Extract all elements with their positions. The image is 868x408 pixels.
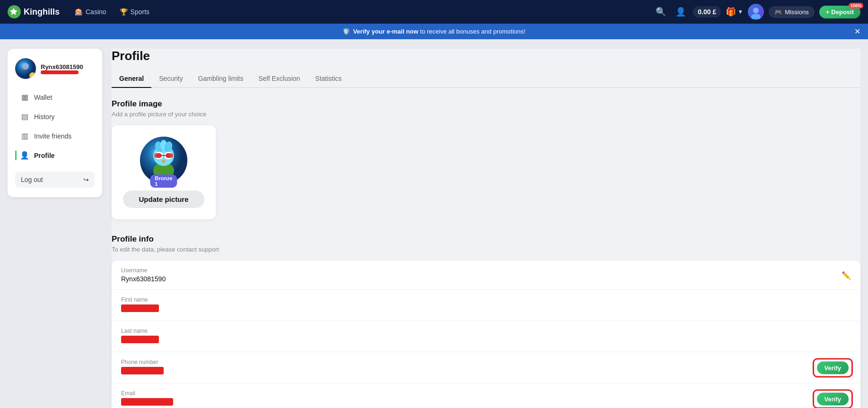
first-name-value <box>121 304 159 312</box>
profile-image-section-title: Profile image <box>112 99 860 109</box>
search-button[interactable]: 🔍 <box>653 4 668 19</box>
missions-label: Missions <box>785 9 809 16</box>
profile-tabs: General Security Gambling limits Self Ex… <box>112 70 860 88</box>
profile-nav-label: Profile <box>34 152 55 159</box>
missions-icon: 🎮 <box>774 9 782 16</box>
username-edit-icon[interactable]: ✏️ <box>842 270 851 279</box>
svg-rect-21 <box>154 153 162 158</box>
sidebar-item-history[interactable]: ▤ History <box>15 108 95 125</box>
tab-security[interactable]: Security <box>151 70 191 88</box>
invite-friends-label: Invite friends <box>34 132 71 140</box>
logo-icon <box>8 5 21 18</box>
svg-point-4 <box>22 63 29 69</box>
field-email: Email Verify <box>112 383 860 408</box>
profile-form: Username Rynx63081590 ✏️ First name Last… <box>112 260 860 408</box>
profile-image-card: Bronze 1 Update picture <box>112 125 216 219</box>
history-label: History <box>34 113 55 121</box>
tab-self-exclusion[interactable]: Self Exclusion <box>251 70 307 88</box>
nav-sports[interactable]: 🏆 Sports <box>114 5 155 18</box>
brand-name: Kinghills <box>24 7 60 17</box>
balance-amount: 0.00 £ <box>698 8 716 16</box>
sports-label: Sports <box>131 8 149 16</box>
balance-display[interactable]: 0.00 £ <box>693 6 721 17</box>
sidebar-username: Rynx63081590 <box>41 63 83 70</box>
tab-general[interactable]: General <box>112 70 151 88</box>
username-value: Rynx63081590 <box>121 275 851 283</box>
deposit-button[interactable]: + Deposit 100% <box>819 6 860 18</box>
bronze-level-badge: Bronze 1 <box>150 174 177 188</box>
email-verify-button[interactable]: Verify <box>817 392 849 405</box>
email-verification-banner: 🛡️ Verify your e-mail now to receive all… <box>0 24 868 39</box>
svg-point-7 <box>24 65 25 66</box>
phone-verify-highlight: Verify <box>813 358 853 377</box>
svg-marker-0 <box>10 8 18 15</box>
phone-label: Phone number <box>121 359 785 365</box>
sidebar-avatar: 🌟 <box>15 58 36 79</box>
logout-label: Log out <box>21 176 43 183</box>
phone-value <box>121 367 164 374</box>
wallet-label: Wallet <box>34 94 52 101</box>
banner-emphasis: Verify your e-mail now <box>353 28 418 35</box>
user-icon-button[interactable]: 👤 <box>673 4 688 19</box>
sidebar-xp-bar <box>41 70 79 74</box>
avatar-container: Bronze 1 <box>140 137 187 184</box>
missions-button[interactable]: 🎮 Missions <box>769 6 815 18</box>
last-name-value <box>121 336 159 343</box>
email-label: Email <box>121 390 785 397</box>
field-last-name: Last name <box>112 321 860 352</box>
banner-suffix: to receive all bonuses and promotions! <box>420 28 526 35</box>
email-verify-highlight: Verify <box>813 389 853 408</box>
banner-close-button[interactable]: ✕ <box>854 27 860 36</box>
history-icon: ▤ <box>20 112 29 121</box>
deposit-badge: 100% <box>849 3 863 9</box>
svg-rect-22 <box>166 153 173 158</box>
last-name-label: Last name <box>121 328 851 334</box>
deposit-plus-icon: + <box>826 9 830 16</box>
tab-statistics[interactable]: Statistics <box>307 70 349 88</box>
first-name-label: First name <box>121 296 851 303</box>
sidebar-card: 🌟 Rynx63081590 ▦ Wallet ▤ History ▥ <box>8 49 102 197</box>
level-badge: 🌟 <box>29 72 36 79</box>
banner-text: Verify your e-mail now to receive all bo… <box>353 28 525 35</box>
tab-gambling-limits[interactable]: Gambling limits <box>191 70 251 88</box>
sidebar-item-profile[interactable]: 👤 Profile <box>15 147 95 164</box>
svg-point-8 <box>26 65 27 66</box>
sidebar-menu: ▦ Wallet ▤ History ▥ Invite friends 👤 Pr… <box>15 88 95 164</box>
casino-label: Casino <box>86 8 106 16</box>
profile-info-subtitle: To edit the data, please contact support <box>112 246 860 253</box>
sidebar: 🌟 Rynx63081590 ▦ Wallet ▤ History ▥ <box>8 49 102 408</box>
svg-point-1 <box>753 8 759 13</box>
brand-logo[interactable]: Kinghills <box>8 5 60 18</box>
sidebar-item-invite-friends[interactable]: ▥ Invite friends <box>15 127 95 145</box>
field-phone-number: Phone number Verify <box>112 352 860 383</box>
topnav-nav: 🎰 Casino 🏆 Sports <box>69 5 644 18</box>
profile-icon: 👤 <box>20 151 29 160</box>
invite-icon: ▥ <box>20 131 29 140</box>
email-value <box>121 398 173 406</box>
gift-button[interactable]: 🎁 ▼ <box>726 7 743 17</box>
field-username: Username Rynx63081590 ✏️ <box>112 260 860 290</box>
update-picture-button[interactable]: Update picture <box>123 191 204 208</box>
phone-verify-button[interactable]: Verify <box>817 361 849 374</box>
casino-icon: 🎰 <box>75 8 83 16</box>
sidebar-user-section: 🌟 Rynx63081590 <box>15 58 95 79</box>
sports-icon: 🏆 <box>120 8 128 16</box>
main-content: Profile General Security Gambling limits… <box>112 49 860 408</box>
topnav-right: 🔍 👤 0.00 £ 🎁 ▼ 🎮 Missions + Deposit 100% <box>653 4 860 20</box>
nav-casino[interactable]: 🎰 Casino <box>69 5 112 18</box>
topnav: Kinghills 🎰 Casino 🏆 Sports 🔍 👤 0.00 £ 🎁… <box>0 0 868 24</box>
deposit-label: Deposit <box>831 9 854 16</box>
username-label: Username <box>121 267 851 274</box>
profile-image-section-subtitle: Add a profile picture of your choice <box>112 111 860 118</box>
profile-info-section: Profile info To edit the data, please co… <box>112 234 860 408</box>
sidebar-item-wallet[interactable]: ▦ Wallet <box>15 88 95 106</box>
logout-icon: ↪ <box>83 176 89 183</box>
shield-icon: 🛡️ <box>342 28 350 35</box>
wallet-icon: ▦ <box>20 93 29 102</box>
main-layout: 🌟 Rynx63081590 ▦ Wallet ▤ History ▥ <box>0 39 868 408</box>
user-avatar-nav[interactable] <box>748 4 764 20</box>
logout-button[interactable]: Log out ↪ <box>15 172 95 188</box>
profile-info-title: Profile info <box>112 234 860 244</box>
svg-point-2 <box>751 14 761 19</box>
sidebar-user-info: Rynx63081590 <box>41 63 83 74</box>
